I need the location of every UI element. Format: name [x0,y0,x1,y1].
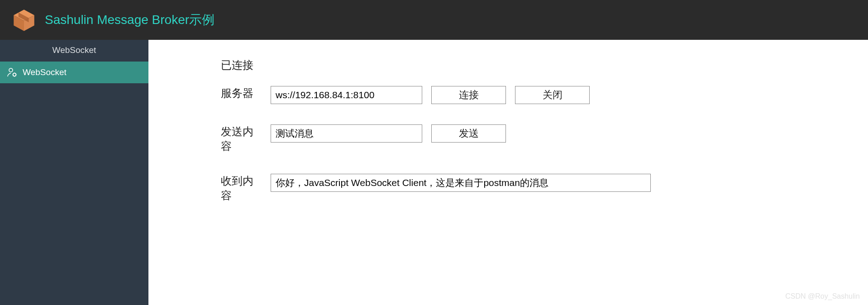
sidebar-item-label: WebSocket [23,67,67,77]
connect-button[interactable]: 连接 [431,86,506,104]
send-button[interactable]: 发送 [431,124,506,143]
server-input[interactable] [271,86,422,104]
watermark-text: CSDN @Roy_Sashulin [785,292,860,300]
connection-status: 已连接 [221,59,253,71]
send-input[interactable] [271,124,422,143]
sidebar: WebSocket WebSocket [0,40,148,305]
close-button[interactable]: 关闭 [515,86,590,104]
user-settings-icon [6,67,18,78]
received-input[interactable] [271,174,651,192]
send-row: 发送内容 发送 [221,124,841,153]
sidebar-section-label: WebSocket [0,40,148,62]
main-content: 已连接 服务器 连接 关闭 发送内容 发送 收到内容 [148,40,868,305]
received-label: 收到内容 [221,174,262,203]
server-row: 服务器 连接 关闭 [221,86,841,104]
send-label: 发送内容 [221,124,262,153]
received-row: 收到内容 [221,174,841,203]
app-title: Sashulin Message Broker示例 [45,11,215,29]
server-label: 服务器 [221,86,262,100]
svg-point-5 [13,73,16,76]
sidebar-item-websocket[interactable]: WebSocket [0,62,148,83]
app-header: Sashulin Message Broker示例 [0,0,868,40]
svg-point-4 [9,68,13,72]
app-logo-icon [11,7,37,33]
